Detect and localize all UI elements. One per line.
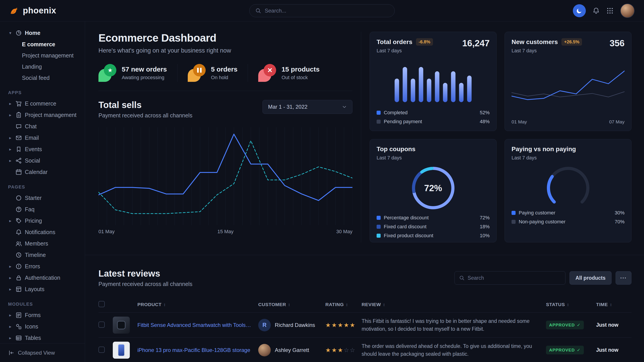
latest-reviews-title: Latest reviews: [98, 269, 192, 279]
review-text: The order was delivered ahead of schedul…: [362, 342, 546, 358]
sidebar-item-members[interactable]: ▸Members: [5, 238, 80, 249]
rating-stars: ★★★☆☆: [325, 347, 362, 354]
sidebar-item-events[interactable]: ▸Events: [5, 144, 80, 155]
sidebar-item-errors[interactable]: ▸Errors: [5, 261, 80, 272]
new-customers-card: New customers +26.5% Last 7 days 356 01 …: [504, 32, 632, 131]
alert-icon: [16, 263, 22, 270]
question-icon: [16, 206, 22, 213]
sort-icon: ↕: [288, 302, 290, 307]
bell-icon: [592, 7, 600, 14]
product-link[interactable]: iPhone 13 pro max-Pacific Blue-128GB sto…: [138, 347, 258, 353]
chevron-down-icon: [342, 104, 347, 109]
customer-avatar: R: [258, 319, 271, 331]
sidebar-item-authentication[interactable]: ▸Authentication: [5, 272, 80, 284]
all-products-button[interactable]: All products: [570, 271, 612, 285]
top-navbar: phoenix: [0, 0, 644, 21]
global-search-input[interactable]: [265, 7, 389, 14]
latest-reviews-section: Latest reviews Payment received across a…: [98, 255, 632, 362]
sidebar-item-faq[interactable]: ▸Faq: [5, 204, 80, 215]
customer-name: Richard Dawkins: [275, 322, 315, 328]
stat-caption: On hold: [211, 75, 238, 80]
sidebar-item-starter[interactable]: ▸Starter: [5, 192, 80, 204]
legend-swatch: [376, 216, 381, 220]
check-icon: ✓: [577, 323, 581, 328]
bookmark-icon: [16, 146, 22, 152]
top-coupons-legend: Percentage discount72%Fixed card discoun…: [376, 212, 490, 239]
legend-item: Paying customer30%: [512, 210, 624, 216]
sidebar-item-project-management[interactable]: ▸Project management: [5, 109, 80, 121]
reviews-search[interactable]: [454, 271, 566, 285]
star-icon: ★: [98, 64, 116, 82]
caret-right-icon: ▸: [8, 287, 12, 292]
sidebar-item-social[interactable]: ▸Social: [5, 155, 80, 166]
sidebar-item-timeline[interactable]: ▸Timeline: [5, 249, 80, 261]
row-checkbox[interactable]: [98, 322, 105, 328]
theme-toggle-button[interactable]: [573, 4, 586, 17]
stat-caption: Awating processing: [122, 75, 167, 80]
sidebar: ▾ Home E commerceProject managementLandi…: [0, 21, 85, 362]
sidebar-item-social-feed[interactable]: Social feed: [5, 72, 80, 83]
paying-card: Paying vs non paying Last 7 days Paying …: [504, 139, 632, 242]
stat-out-of-stock: ×15 productsOut of stock: [248, 64, 330, 82]
circle-icon: [16, 195, 22, 201]
legend-item: Percentage discount72%: [376, 215, 490, 221]
main-content: Ecommerce Dashboard Here's what's going …: [85, 21, 644, 362]
global-search[interactable]: [249, 4, 395, 17]
select-all-checkbox[interactable]: [98, 301, 105, 307]
column-header-time[interactable]: TIME↕: [596, 302, 632, 307]
new-customers-badge: +26.5%: [562, 38, 582, 46]
legend-swatch: [376, 111, 381, 115]
sidebar-item-email[interactable]: ▸Email: [5, 132, 80, 144]
bell-icon: [16, 229, 22, 235]
sidebar-item-layouts[interactable]: ▸Layouts: [5, 284, 80, 295]
envelope-icon: [16, 135, 22, 141]
sidebar-item-calendar[interactable]: ▸Calendar: [5, 166, 80, 178]
column-header-product[interactable]: PRODUCT↕: [138, 302, 258, 307]
navbar-actions: [573, 3, 634, 18]
product-link[interactable]: Fitbit Sense Advanced Smartwatch with To…: [138, 322, 258, 328]
stat-awating-processing: ★57 new ordersAwating processing: [98, 64, 177, 82]
sidebar-item-project-management[interactable]: Project management: [5, 50, 80, 61]
customer-name: Ashley Garrett: [275, 347, 309, 353]
column-header-status[interactable]: STATUS↕: [546, 302, 596, 307]
apps-menu-button[interactable]: [606, 7, 614, 14]
column-header-rating[interactable]: RATING↕: [325, 302, 362, 307]
product-image-iphone: [113, 342, 130, 359]
chat-icon: [16, 123, 22, 130]
card-period: Last 7 days: [512, 48, 582, 54]
sidebar-item-notifications[interactable]: ▸Notifications: [5, 227, 80, 238]
more-actions-button[interactable]: ···: [616, 271, 632, 285]
caret-right-icon: ▸: [8, 275, 12, 280]
sidebar-item-home[interactable]: ▾ Home: [5, 27, 80, 39]
collapsed-view-toggle[interactable]: Collapsed View: [0, 343, 85, 362]
sidebar-item-pricing[interactable]: ▸Pricing: [5, 215, 80, 227]
sidebar-item-e-commerce[interactable]: ▸E commerce: [5, 98, 80, 109]
calendar-icon: [16, 169, 22, 175]
brand[interactable]: phoenix: [10, 5, 56, 16]
date-range-select[interactable]: Mar 1 - 31, 2022: [262, 100, 352, 114]
new-customers-value: 356: [610, 38, 624, 48]
sidebar-item-landing[interactable]: Landing: [5, 61, 80, 72]
sidebar-item-tables[interactable]: ▸Tables: [5, 332, 80, 344]
total-orders-card: Total orders -6.8% Last 7 days 16,247 Co…: [370, 32, 496, 131]
latest-reviews-subtitle: Payment received across all channels: [98, 281, 192, 287]
sidebar-item-chat[interactable]: ▸Chat: [5, 121, 80, 132]
reviews-search-input[interactable]: [468, 275, 561, 281]
legend-value: 70%: [615, 219, 624, 225]
stat-value: 57 new orders: [122, 65, 167, 73]
legend-value: 72%: [480, 215, 490, 221]
notifications-button[interactable]: [592, 7, 600, 14]
moon-icon: [576, 7, 582, 14]
column-header-review[interactable]: REVIEW↕: [362, 302, 546, 307]
user-avatar[interactable]: [620, 3, 634, 18]
row-checkbox[interactable]: [98, 347, 105, 353]
total-sells-title: Total sells: [98, 100, 192, 110]
legend-item: Pending payment48%: [376, 119, 490, 125]
sidebar-item-e-commerce[interactable]: E commerce: [5, 39, 80, 50]
sidebar-item-icons[interactable]: ▸Icons: [5, 321, 80, 332]
card-title: Top coupons: [376, 146, 416, 153]
search-icon: [255, 8, 261, 14]
column-header-customer[interactable]: CUSTOMER↕: [258, 302, 325, 307]
sidebar-item-forms[interactable]: ▸Forms: [5, 310, 80, 321]
caret-right-icon: ▸: [8, 324, 12, 329]
